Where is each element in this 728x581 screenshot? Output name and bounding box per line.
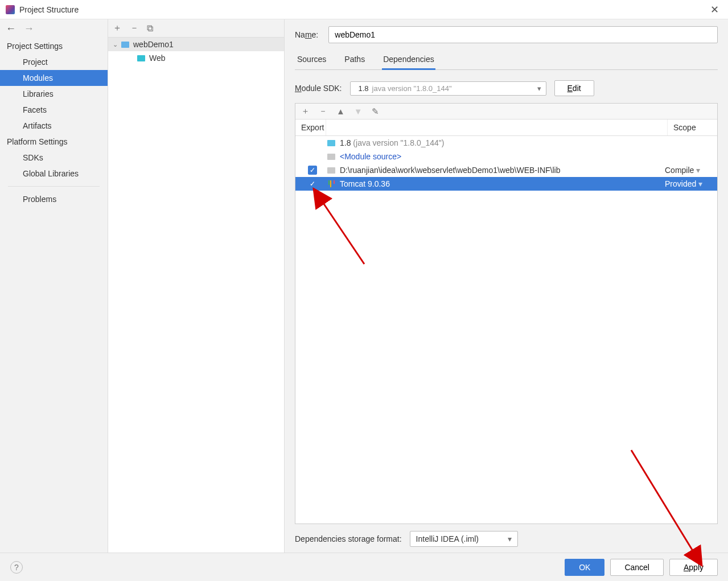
storage-format-select[interactable]: IntelliJ IDEA (.iml) ▾ — [410, 531, 518, 547]
export-checkbox[interactable]: ✓ — [308, 166, 317, 175]
export-checkbox[interactable]: ✓ — [308, 179, 317, 188]
dep-name: 1.8 — [340, 138, 351, 147]
dep-scope[interactable]: Provided ▾ — [665, 179, 713, 188]
sdk-description: java version "1.8.0_144" — [372, 84, 534, 93]
nav-history: ← → — [0, 19, 108, 38]
dep-note: (java version "1.8.0_144") — [353, 138, 444, 147]
nav-item-modules[interactable]: Modules — [0, 70, 108, 86]
module-sdk-select[interactable]: 1.8 java version "1.8.0_144" ▾ — [350, 81, 546, 96]
folder-icon — [325, 167, 338, 174]
dep-table-body: 1.8 (java version "1.8.0_144") <Module s… — [295, 136, 717, 524]
dep-row-tomcat[interactable]: ✓ Tomcat 9.0.36 Provided ▾ — [295, 177, 717, 191]
sdk-version: 1.8 — [359, 84, 369, 93]
cancel-button[interactable]: Cancel — [610, 559, 664, 576]
dependencies-toolbar: ＋ － ▲ ▼ ✎ — [295, 104, 717, 120]
tab-dependencies[interactable]: Dependencies — [382, 50, 435, 69]
tree-node-root[interactable]: ⌄ webDemo1 — [108, 38, 284, 51]
chevron-down-icon: ▾ — [508, 534, 512, 543]
module-name-input[interactable] — [328, 26, 718, 43]
nav-separator — [8, 186, 100, 187]
dep-row-module-source[interactable]: <Module source> — [295, 150, 717, 163]
back-icon[interactable]: ← — [6, 23, 16, 34]
app-icon — [6, 5, 15, 14]
left-nav: ← → Project Settings Project Modules Lib… — [0, 19, 108, 553]
nav-section-project-settings: Project Settings — [0, 38, 108, 54]
storage-format-value: IntelliJ IDEA (.iml) — [416, 534, 479, 543]
module-tree[interactable]: ⌄ webDemo1 Web — [108, 38, 284, 553]
dependencies-panel: ＋ － ▲ ▼ ✎ Export Scope 1.8 (java version… — [295, 103, 718, 524]
module-sdk-label: Module SDK: — [295, 84, 342, 93]
move-up-icon[interactable]: ▲ — [336, 106, 345, 116]
ok-button[interactable]: OK — [565, 559, 604, 576]
nav-item-sdks[interactable]: SDKs — [0, 150, 108, 166]
edit-dep-icon[interactable]: ✎ — [372, 106, 379, 117]
tab-sources[interactable]: Sources — [296, 50, 327, 69]
name-label: Name: — [295, 30, 318, 39]
dep-scope[interactable]: Compile ▾ — [665, 166, 713, 175]
add-dep-icon[interactable]: ＋ — [301, 106, 310, 117]
header-scope: Scope — [667, 120, 717, 135]
module-toolbar: ＋ － ⧉ — [108, 19, 284, 38]
sdk-icon — [325, 140, 338, 146]
nav-item-global-libraries[interactable]: Global Libraries — [0, 166, 108, 182]
storage-format-label: Dependencies storage format: — [295, 534, 402, 543]
move-down-icon[interactable]: ▼ — [354, 106, 363, 116]
nav-section-platform-settings: Platform Settings — [0, 134, 108, 150]
header-export: Export — [295, 120, 326, 135]
nav-item-problems[interactable]: Problems — [0, 191, 108, 207]
folder-icon — [325, 154, 338, 160]
apply-button[interactable]: Apply — [669, 559, 718, 576]
nav-item-artifacts[interactable]: Artifacts — [0, 118, 108, 134]
nav-item-facets[interactable]: Facets — [0, 102, 108, 118]
copy-module-icon[interactable]: ⧉ — [147, 23, 153, 34]
tree-node-label: Web — [149, 53, 166, 63]
dep-table-header: Export Scope — [295, 120, 717, 136]
close-icon[interactable]: ✕ — [707, 3, 722, 16]
tree-node-web[interactable]: Web — [108, 51, 284, 65]
footer: ? OK Cancel Apply — [0, 553, 728, 581]
module-folder-icon — [121, 40, 130, 48]
edit-sdk-button[interactable]: Edit — [554, 80, 594, 96]
add-module-icon[interactable]: ＋ — [113, 22, 122, 34]
tree-node-label: webDemo1 — [133, 40, 174, 49]
tab-paths[interactable]: Paths — [343, 50, 366, 69]
dep-name: <Module source> — [338, 152, 665, 161]
dep-name: D:\ruanjian\idea\work\webservlet\webDemo… — [338, 166, 665, 175]
help-icon[interactable]: ? — [10, 561, 23, 574]
library-icon — [325, 180, 338, 187]
window-title: Project Structure — [19, 5, 707, 14]
titlebar: Project Structure ✕ — [0, 0, 728, 19]
dep-name: Tomcat 9.0.36 — [338, 179, 665, 188]
dep-row-lib-path[interactable]: ✓ D:\ruanjian\idea\work\webservlet\webDe… — [295, 163, 717, 177]
nav-item-libraries[interactable]: Libraries — [0, 86, 108, 102]
remove-module-icon[interactable]: － — [130, 22, 139, 34]
nav-item-project[interactable]: Project — [0, 54, 108, 70]
remove-dep-icon[interactable]: － — [319, 106, 327, 117]
detail-tabs: Sources Paths Dependencies — [295, 50, 718, 70]
chevron-down-icon: ▾ — [537, 84, 541, 93]
module-tree-panel: ＋ － ⧉ ⌄ webDemo1 Web — [108, 19, 285, 553]
forward-icon[interactable]: → — [24, 23, 34, 34]
web-folder-icon — [137, 54, 146, 62]
header-name — [326, 120, 667, 135]
module-details: Name: Sources Paths Dependencies Module … — [285, 19, 728, 553]
chevron-down-icon[interactable]: ⌄ — [113, 41, 121, 48]
dep-row-sdk[interactable]: 1.8 (java version "1.8.0_144") — [295, 136, 717, 150]
